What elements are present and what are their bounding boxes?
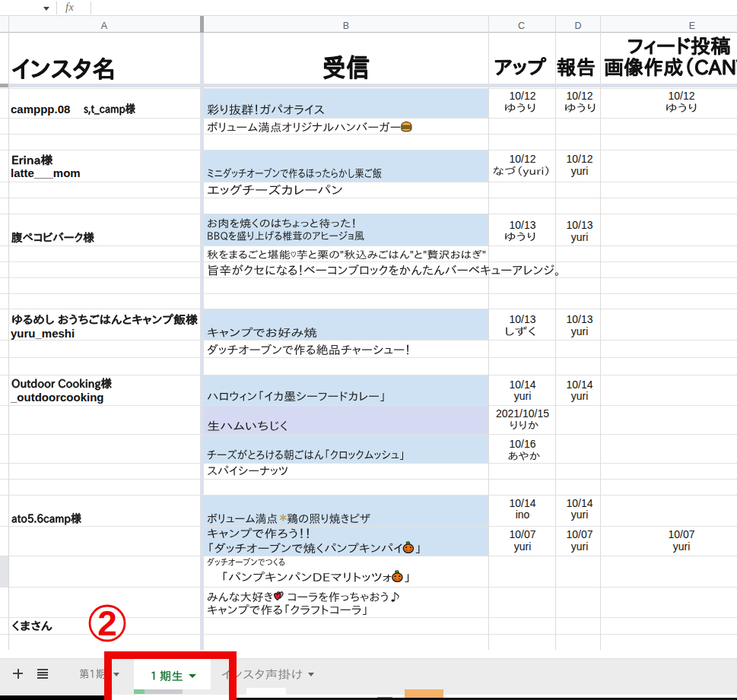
svg-text:2: 2: [97, 603, 117, 643]
